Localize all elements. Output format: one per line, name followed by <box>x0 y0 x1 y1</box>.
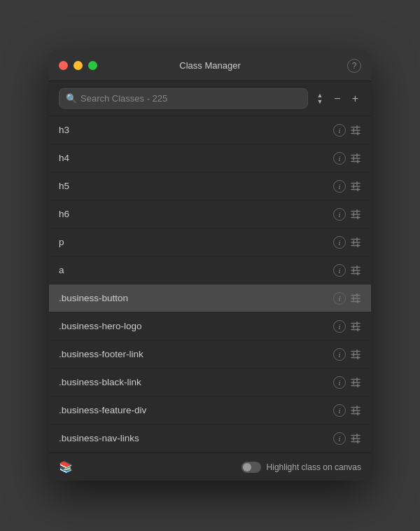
class-name: h6 <box>59 209 333 219</box>
item-actions: i <box>333 320 361 333</box>
list-item[interactable]: .business-footer-linki <box>49 340 371 368</box>
class-name: h3 <box>59 125 333 135</box>
info-button[interactable]: i <box>333 404 346 417</box>
class-name: p <box>59 237 333 247</box>
item-actions: i <box>333 432 361 445</box>
list-item[interactable]: .business-black-linki <box>49 368 371 396</box>
highlight-label: Highlight class on canvas <box>267 462 361 472</box>
info-button[interactable]: i <box>333 236 346 249</box>
info-button[interactable]: i <box>333 264 346 277</box>
collapse-button[interactable]: − <box>331 90 343 107</box>
sort-icon: ▲ ▼ <box>316 92 323 105</box>
item-actions: i <box>333 180 361 193</box>
settings-icon[interactable] <box>350 378 361 387</box>
item-actions: i <box>333 208 361 221</box>
info-button[interactable]: i <box>333 376 346 389</box>
settings-icon[interactable] <box>350 209 361 219</box>
item-actions: i <box>333 152 361 165</box>
class-name: .business-button <box>59 293 333 303</box>
item-actions: i <box>333 264 361 277</box>
item-actions: i <box>333 292 361 305</box>
list-item[interactable]: h3i <box>49 116 371 144</box>
info-button[interactable]: i <box>333 152 346 165</box>
settings-icon[interactable] <box>350 266 361 275</box>
item-actions: i <box>333 124 361 137</box>
list-item[interactable]: ai <box>49 256 371 284</box>
item-actions: i <box>333 236 361 249</box>
info-button[interactable]: i <box>333 348 346 361</box>
close-button[interactable] <box>59 61 68 70</box>
settings-icon[interactable] <box>350 434 361 443</box>
search-wrapper: 🔍 <box>59 88 308 109</box>
book-icon: 📚 <box>59 460 73 474</box>
info-button[interactable]: i <box>333 432 346 445</box>
class-name: .business-feature-div <box>59 405 333 415</box>
highlight-toggle[interactable] <box>241 462 261 473</box>
window-title: Class Manager <box>179 60 240 71</box>
footer-icons: 📚 <box>59 460 73 474</box>
list-item[interactable]: .business-feature-divi <box>49 396 371 425</box>
settings-icon[interactable] <box>350 350 361 359</box>
traffic-lights <box>59 61 97 70</box>
list-item[interactable]: .business-hero-logoi <box>49 312 371 340</box>
class-list: h3i h4i h5i h6i <box>49 116 371 453</box>
class-manager-window: Class Manager ? 🔍 ▲ ▼ − + h3i h4i <box>49 50 371 481</box>
info-button[interactable]: i <box>333 320 346 333</box>
sort-button[interactable]: ▲ ▼ <box>314 90 326 108</box>
search-icon: 🔍 <box>66 93 77 104</box>
footer: 📚 Highlight class on canvas <box>49 453 371 481</box>
help-button[interactable]: ? <box>347 59 361 73</box>
class-name: .business-hero-logo <box>59 321 333 331</box>
settings-icon[interactable] <box>350 181 361 191</box>
maximize-button[interactable] <box>88 61 97 70</box>
info-button[interactable]: i <box>333 208 346 221</box>
class-name: a <box>59 265 333 275</box>
list-item[interactable]: h5i <box>49 172 371 200</box>
toolbar: 🔍 ▲ ▼ − + <box>49 81 371 116</box>
footer-right: Highlight class on canvas <box>241 462 361 473</box>
settings-icon[interactable] <box>350 125 361 135</box>
search-input[interactable] <box>59 88 308 109</box>
settings-icon[interactable] <box>350 153 361 163</box>
item-actions: i <box>333 376 361 389</box>
item-actions: i <box>333 348 361 361</box>
list-item[interactable]: h6i <box>49 200 371 228</box>
info-button[interactable]: i <box>333 124 346 137</box>
class-name: h5 <box>59 181 333 191</box>
class-name: h4 <box>59 153 333 163</box>
settings-icon[interactable] <box>350 322 361 331</box>
info-button[interactable]: i <box>333 180 346 193</box>
settings-icon[interactable] <box>350 294 361 303</box>
settings-icon[interactable] <box>350 237 361 247</box>
list-item[interactable]: h4i <box>49 144 371 172</box>
settings-icon[interactable] <box>350 406 361 415</box>
titlebar: Class Manager ? <box>49 50 371 81</box>
add-button[interactable]: + <box>349 90 361 107</box>
minimize-button[interactable] <box>74 61 83 70</box>
class-name: .business-footer-link <box>59 349 333 359</box>
class-name: .business-black-link <box>59 377 333 387</box>
list-item[interactable]: .business-buttoni <box>49 284 371 312</box>
item-actions: i <box>333 404 361 417</box>
list-item[interactable]: .business-nav-linksi <box>49 425 371 453</box>
info-button[interactable]: i <box>333 292 346 305</box>
class-name: .business-nav-links <box>59 433 333 443</box>
list-item[interactable]: pi <box>49 228 371 256</box>
